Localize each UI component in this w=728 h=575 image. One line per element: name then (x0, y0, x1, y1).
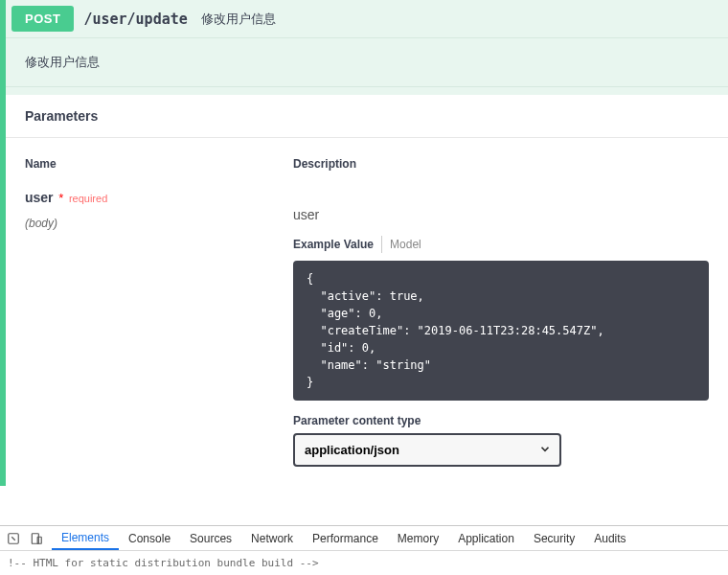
devtools-tab-network[interactable]: Network (241, 526, 303, 550)
devtools-tabs: Elements Console Sources Network Perform… (0, 526, 728, 551)
http-method-badge: POST (11, 6, 74, 32)
devtools-panel: Elements Console Sources Network Perform… (0, 525, 728, 575)
parameters-table: Name user * required (body) Description … (6, 138, 728, 486)
content-type-label: Parameter content type (293, 414, 709, 427)
example-json[interactable]: { "active": true, "age": 0, "createTime"… (293, 261, 709, 401)
devtools-tab-application[interactable]: Application (448, 526, 524, 550)
column-header-description: Description (293, 157, 709, 190)
api-header[interactable]: POST /user/update 修改用户信息 (6, 0, 728, 38)
devtools-tab-elements[interactable]: Elements (52, 526, 119, 550)
api-description: 修改用户信息 (6, 38, 728, 87)
required-label: required (69, 193, 107, 204)
device-toolbar-icon[interactable] (29, 531, 44, 546)
api-summary: 修改用户信息 (201, 11, 276, 28)
content-type-select[interactable]: application/json (293, 433, 561, 467)
column-header-name: Name (25, 157, 293, 190)
devtools-tab-memory[interactable]: Memory (388, 526, 448, 550)
tab-model[interactable]: Model (381, 236, 421, 253)
devtools-tab-audits[interactable]: Audits (584, 526, 635, 550)
parameters-section: Parameters Name user * required (body) D… (6, 95, 728, 486)
devtools-tab-console[interactable]: Console (119, 526, 180, 550)
tab-example-value[interactable]: Example Value (293, 236, 374, 253)
example-tabs: Example Value Model (293, 236, 709, 253)
api-path: /user/update (83, 11, 187, 28)
devtools-source-line[interactable]: !-- HTML for static distribution bundle … (0, 551, 728, 575)
api-operation: POST /user/update 修改用户信息 修改用户信息 Paramete… (0, 0, 728, 486)
param-description: user (293, 207, 709, 222)
content-type-select-wrap: application/json (293, 433, 561, 467)
devtools-tab-sources[interactable]: Sources (180, 526, 241, 550)
param-in: (body) (25, 217, 293, 230)
devtools-tab-performance[interactable]: Performance (303, 526, 388, 550)
required-star-icon: * (58, 191, 63, 205)
param-name: user (25, 190, 54, 205)
param-row-name: user * required (body) (25, 190, 293, 230)
devtools-tab-security[interactable]: Security (524, 526, 584, 550)
parameters-title: Parameters (6, 95, 728, 138)
inspect-icon[interactable] (6, 531, 21, 546)
